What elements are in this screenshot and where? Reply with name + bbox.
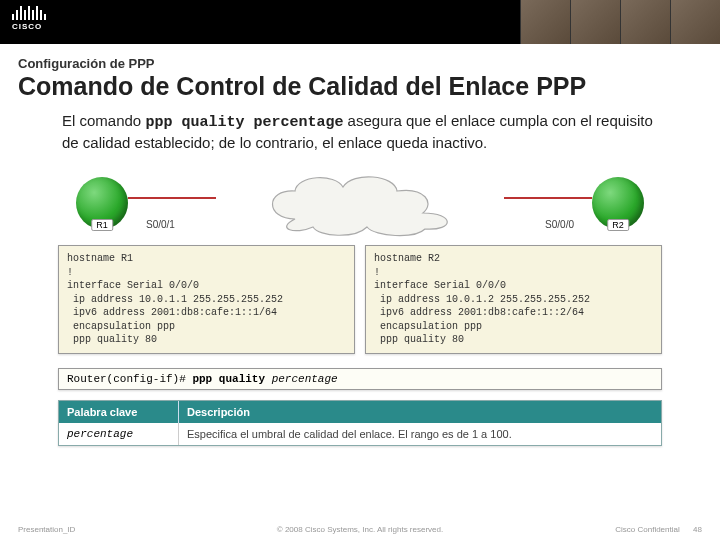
network-topology: R1 R2 S0/0/1 S0/0/0 [58, 167, 662, 239]
footer-page-number: 48 [693, 525, 702, 534]
table-row: percentage Especifica el umbral de calid… [59, 423, 661, 445]
logo-text: CISCO [12, 22, 46, 31]
footer: Presentation_ID © 2008 Cisco Systems, In… [0, 525, 720, 534]
header-people-image [520, 0, 720, 44]
body-pre: El comando [62, 112, 145, 129]
slide-title: Comando de Control de Calidad del Enlace… [18, 73, 702, 101]
body-text: El comando ppp quality percentage asegur… [62, 111, 660, 154]
router-r2-icon: R2 [592, 177, 644, 229]
config-r1: hostname R1 ! interface Serial 0/0/0 ip … [58, 245, 355, 354]
diagram-area: R1 R2 S0/0/1 S0/0/0 hostname R1 ! interf… [58, 167, 662, 446]
cmd-bold: ppp quality [192, 373, 271, 385]
config-r2: hostname R2 ! interface Serial 0/0/0 ip … [365, 245, 662, 354]
interface-left-label: S0/0/1 [146, 219, 175, 230]
slide-subtitle: Configuración de PPP [18, 56, 720, 71]
cmd-prompt: Router(config-if)# [67, 373, 192, 385]
keyword-table: Palabra clave Descripción percentage Esp… [58, 400, 662, 446]
footer-confidential: Cisco Confidential [615, 525, 679, 534]
router-r1-icon: R1 [76, 177, 128, 229]
td-keyword: percentage [59, 423, 179, 445]
top-bar: CISCO [0, 0, 720, 44]
cisco-logo: CISCO [12, 6, 46, 31]
cloud-icon [255, 169, 465, 237]
command-syntax-box: Router(config-if)# ppp quality percentag… [58, 368, 662, 390]
th-keyword: Palabra clave [59, 401, 179, 423]
table-header: Palabra clave Descripción [59, 401, 661, 423]
cmd-param: percentage [272, 373, 338, 385]
interface-right-label: S0/0/0 [545, 219, 574, 230]
footer-left: Presentation_ID [18, 525, 75, 534]
body-cmd: ppp quality percentage [145, 114, 343, 131]
router-r1-label: R1 [91, 219, 113, 231]
link-left [128, 197, 216, 199]
router-r2-label: R2 [607, 219, 629, 231]
td-description: Especifica el umbral de calidad del enla… [179, 423, 661, 445]
th-description: Descripción [179, 401, 661, 423]
config-boxes: hostname R1 ! interface Serial 0/0/0 ip … [58, 245, 662, 354]
footer-copyright: © 2008 Cisco Systems, Inc. All rights re… [277, 525, 443, 534]
link-right [504, 197, 592, 199]
